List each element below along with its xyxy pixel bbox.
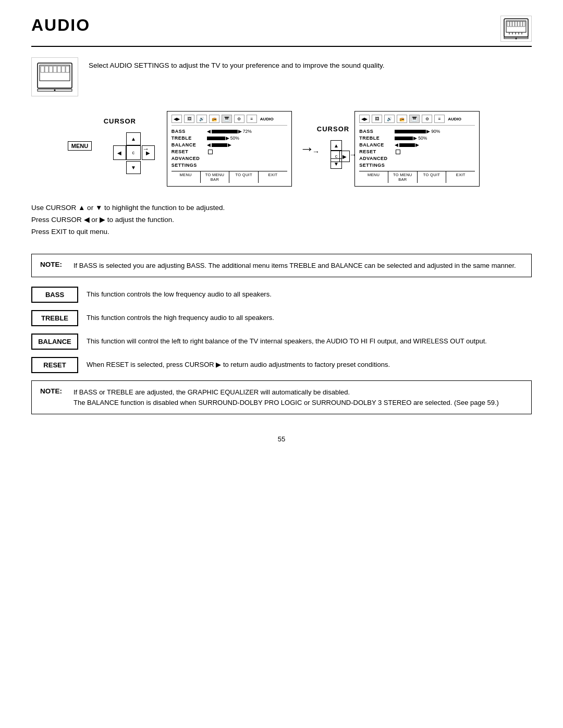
right-cursor-area: CURSOR → ▲ ▶ c ▼ →	[317, 125, 349, 172]
intro-icon	[31, 57, 78, 96]
page-header: AUDIO	[31, 16, 532, 47]
tv-bottom-bar-left: MENU TO MENU BAR TO QUIT EXIT	[172, 171, 287, 183]
tv-row-advanced-left: ADVANCED	[172, 156, 287, 161]
feature-desc-treble: This function controls the high frequenc…	[87, 310, 274, 323]
dpad-down: ▼	[126, 161, 141, 174]
tv-icon-list-r: ≡	[434, 115, 445, 123]
feature-row-bass: BASS This function controls the low freq…	[31, 287, 532, 303]
tv-icon-settings: ⚙	[234, 115, 244, 123]
instruction-line-1: Use CURSOR ▲ or ▼ to highlight the funct…	[31, 202, 532, 214]
instruction-line-3: Press EXIT to quit menu.	[31, 226, 532, 238]
tv-bottom-bar-right: MENU TO MENU BAR TO QUIT EXIT	[359, 171, 475, 183]
svg-point-26	[54, 89, 56, 91]
feature-row-reset: RESET When RESET is selected, press CURS…	[31, 357, 532, 373]
tv-top-icons-right: ◀▶ 🖼 🔊 📻 🎹 ⚙ ≡ AUDIO	[359, 115, 475, 126]
tv-row-bass-right: BASS ▶ 90%	[359, 129, 475, 134]
tv-row-treble-left: TREBLE ▶ 50%	[172, 135, 287, 141]
menu-label: MENU	[68, 141, 92, 151]
feature-desc-reset: When RESET is selected, press CURSOR ▶ t…	[87, 357, 390, 370]
tv-screen-right: ◀▶ 🖼 🔊 📻 🎹 ⚙ ≡ AUDIO BASS ▶ 90% TREBLE ▶	[354, 111, 480, 187]
instructions-block: Use CURSOR ▲ or ▼ to highlight the funct…	[31, 202, 532, 238]
tv-screen-label-right: AUDIO	[448, 117, 461, 121]
tv-row-treble-right: TREBLE ▶ 50%	[359, 135, 475, 141]
svg-rect-11	[512, 21, 515, 27]
svg-rect-23	[62, 66, 65, 72]
tv-row-reset-right: RESET	[359, 149, 475, 154]
note-box-2: NOTE: If BASS or TREBLE are adjusted, th…	[31, 380, 532, 414]
tv-icon-ch: 📻	[209, 115, 219, 123]
left-remote-diagram: CURSOR MENU → ▲ ▼ ◀ ▶ c →	[78, 117, 162, 180]
svg-rect-22	[57, 66, 61, 72]
feature-desc-bass: This function controls the low frequency…	[87, 287, 272, 300]
note2-line-1: If BASS or TREBLE are adjusted, the GRAP…	[74, 387, 499, 398]
diagram-section: CURSOR MENU → ▲ ▼ ◀ ▶ c → ◀▶ 🖼 🔊 📻 🎹	[31, 111, 532, 187]
tv-icon-settings-r: ⚙	[422, 115, 432, 123]
tv-icon-sound: 🔊	[197, 115, 207, 123]
dpad-right-arrow: →	[142, 145, 149, 153]
svg-rect-19	[45, 66, 48, 72]
tv-icon-list: ≡	[247, 115, 257, 123]
note1-text: If BASS is selected you are adjusting BA…	[74, 261, 516, 271]
tv-row-settings-left: SETTINGS	[172, 163, 287, 168]
note2-text: If BASS or TREBLE are adjusted, the GRAP…	[74, 387, 499, 408]
svg-rect-24	[66, 66, 69, 72]
svg-rect-10	[510, 21, 512, 27]
page-number: 55	[31, 435, 532, 443]
intro-text: Select AUDIO SETTINGS to adjust the TV t…	[89, 57, 385, 71]
svg-rect-13	[518, 21, 520, 27]
dpad-up: ▲	[126, 132, 141, 145]
svg-rect-12	[515, 21, 517, 27]
instruction-line-2: Press CURSOR ◀ or ▶ to adjust the functi…	[31, 214, 532, 226]
intro-row: Select AUDIO SETTINGS to adjust the TV t…	[31, 57, 532, 96]
feature-label-reset: RESET	[31, 357, 78, 373]
header-icon	[500, 16, 532, 42]
tv-icon-pic: 🖼	[184, 115, 194, 123]
tv-row-balance-right: BALANCE ◀ ▶	[359, 142, 475, 147]
tv-icon-audio-active: 🎹	[222, 115, 232, 123]
feature-label-bass: BASS	[31, 287, 78, 303]
tv-top-icons-left: ◀▶ 🖼 🔊 📻 🎹 ⚙ ≡ AUDIO	[172, 115, 287, 126]
dpad-left: ◀	[113, 145, 126, 160]
tv-row-advanced-right: ADVANCED	[359, 156, 475, 161]
svg-rect-20	[49, 66, 53, 72]
feature-desc-balance: This function will control the left to r…	[87, 334, 487, 347]
svg-rect-18	[41, 66, 44, 72]
dpad-center: c	[126, 145, 141, 160]
tv-icon-nav-r: ◀▶	[359, 115, 370, 123]
page-title: AUDIO	[31, 16, 90, 35]
tv-row-balance-left: BALANCE ◀ ▶	[172, 142, 287, 147]
right-dpad-area: → ▲ ▶ c ▼ →	[317, 136, 349, 172]
right-dpad: ▲ ▶ c ▼	[324, 140, 350, 169]
tv-icon-ch-r: 📻	[397, 115, 407, 123]
note-box-1: NOTE: If BASS is selected you are adjust…	[31, 254, 532, 278]
note2-line-2: The BALANCE function is disabled when SU…	[74, 398, 499, 408]
svg-rect-21	[53, 66, 57, 72]
feature-label-balance: BALANCE	[31, 334, 78, 350]
tv-row-settings-right: SETTINGS	[359, 163, 475, 168]
tv-icon-audio-active-r: 🎹	[409, 115, 420, 123]
svg-rect-9	[507, 21, 509, 27]
feature-label-treble: TREBLE	[31, 310, 78, 326]
tv-row-reset-left: RESET	[172, 149, 287, 154]
svg-rect-14	[520, 21, 522, 27]
tv-row-bass-left: BASS ◀ ▶ 72%	[172, 129, 287, 134]
right-cursor-label: CURSOR	[317, 125, 349, 133]
tv-screen-label-left: AUDIO	[260, 117, 274, 121]
svg-rect-15	[523, 21, 525, 27]
tv-icon-sound-r: 🔊	[384, 115, 395, 123]
right-arrow-in: →	[312, 147, 320, 156]
tv-screen-left: ◀▶ 🖼 🔊 📻 🎹 ⚙ ≡ AUDIO BASS ◀ ▶ 72% TREBLE	[167, 111, 292, 187]
right-arrow-out: →	[349, 151, 357, 159]
feature-row-balance: BALANCE This function will control the l…	[31, 334, 532, 350]
feature-row-treble: TREBLE This function controls the high f…	[31, 310, 532, 326]
svg-point-8	[516, 38, 517, 40]
tv-icon-pic-r: 🖼	[372, 115, 382, 123]
note2-label: NOTE:	[40, 387, 66, 395]
tv-icon-nav: ◀▶	[172, 115, 182, 123]
note1-label: NOTE:	[40, 261, 66, 268]
dpad: ▲ ▼ ◀ ▶ c	[113, 132, 155, 174]
left-cursor-label: CURSOR	[104, 117, 136, 125]
